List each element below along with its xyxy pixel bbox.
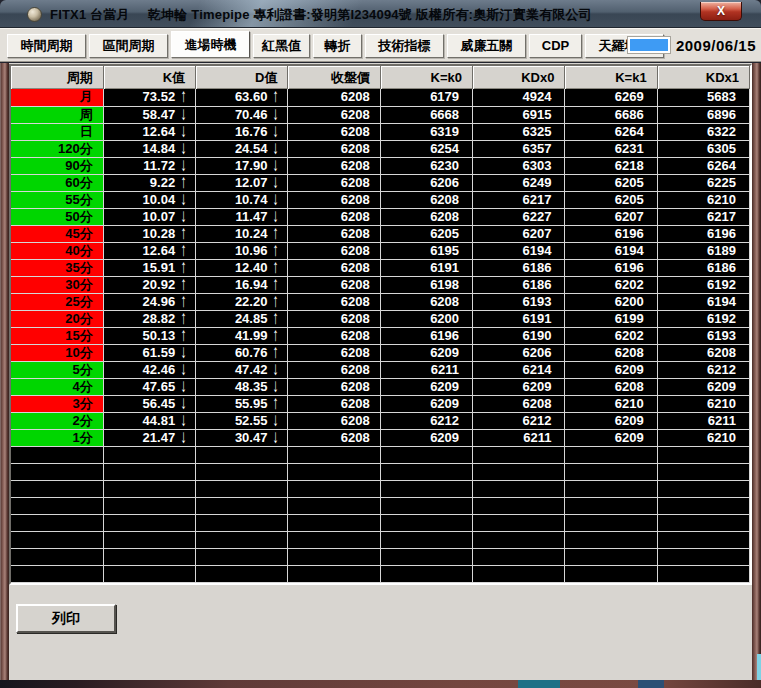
close-button[interactable]: X	[700, 2, 742, 21]
arrow-down-icon: ↓	[272, 208, 281, 225]
table-row[interactable]: 10分61.59↓60.76↑62086209620662086208	[11, 344, 750, 361]
kd-x0-cell: 6249	[473, 174, 565, 191]
kd-x0-cell: 6915	[473, 106, 565, 123]
d-value-cell: 55.95↑	[196, 395, 288, 412]
table-row[interactable]: 周58.47↓70.46↓62086668691566866896	[11, 106, 750, 123]
table-row[interactable]: 40分12.64↑10.96↑62086195619461946189	[11, 242, 750, 259]
k-eq-k0-cell: 6209	[380, 429, 472, 446]
arrow-up-icon: ↑	[179, 225, 188, 242]
close-price-cell: 6208	[288, 361, 380, 378]
kd-x0-cell: 6357	[473, 140, 565, 157]
k-eq-k0-cell: 6179	[380, 89, 472, 106]
k-eq-k1-cell: 6205	[565, 191, 657, 208]
d-value-cell: 17.90↓	[196, 157, 288, 174]
empty-cell	[196, 497, 288, 514]
k-eq-k1-cell: 6199	[565, 310, 657, 327]
close-price-cell: 6208	[288, 412, 380, 429]
table-row[interactable]: 日12.64↓16.76↓62086319632562646322	[11, 123, 750, 140]
tab-entry-timing[interactable]: 進場時機	[171, 31, 250, 58]
kd-x0-cell: 6209	[473, 378, 565, 395]
period-cell: 120分	[11, 140, 103, 157]
k-value-cell: 28.82↑	[103, 310, 195, 327]
table-row[interactable]: 30分20.92↑16.94↑62086198618662026192	[11, 276, 750, 293]
arrow-down-icon: ↓	[272, 361, 281, 378]
header-kd-x0[interactable]: KDx0	[473, 66, 565, 89]
tab-technical-indicators[interactable]: 技術指標	[365, 34, 444, 58]
table-row[interactable]: 20分28.82↑24.85↑62086200619161996192	[11, 310, 750, 327]
empty-cell	[565, 565, 657, 582]
k-value-cell: 14.84↓	[103, 140, 195, 157]
k-value-cell: 9.22↑	[103, 174, 195, 191]
kd-x1-cell: 6225	[657, 174, 749, 191]
empty-cell	[288, 514, 380, 531]
table-row[interactable]: 55分10.04↓10.74↓62086208621762056210	[11, 191, 750, 208]
header-k-eq-k1[interactable]: K=k1	[565, 66, 657, 89]
arrow-down-icon: ↓	[179, 208, 188, 225]
table-row[interactable]: 120分14.84↓24.54↓62086254635762316305	[11, 140, 750, 157]
table-row[interactable]: 25分24.96↑22.20↑62086208619362006194	[11, 293, 750, 310]
table-row[interactable]: 1分21.47↓30.47↓62086209621162096210	[11, 429, 750, 446]
tab-cdp[interactable]: CDP	[529, 34, 582, 58]
arrow-up-icon: ↑	[179, 310, 188, 327]
close-price-cell: 6208	[288, 208, 380, 225]
arrow-down-icon: ↓	[179, 395, 188, 412]
d-value-cell: 12.07↓	[196, 174, 288, 191]
table-row[interactable]: 50分10.07↓11.47↓62086208622762076217	[11, 208, 750, 225]
empty-cell	[565, 531, 657, 548]
k-eq-k1-cell: 6208	[565, 378, 657, 395]
table-row[interactable]: 60分9.22↑12.07↓62086206624962056225	[11, 174, 750, 191]
title-bar[interactable]: FITX1 台當月乾坤輪 Timepipe 專利證書:發明第I234094號 版…	[0, 0, 761, 28]
table-row[interactable]: 2分44.81↓52.55↓62086212621262096211	[11, 412, 750, 429]
k-eq-k0-cell: 6668	[380, 106, 472, 123]
tab-turning-point[interactable]: 轉折	[313, 34, 362, 58]
tab-williams-five-gates[interactable]: 威廉五關	[447, 34, 526, 58]
arrow-down-icon: ↓	[272, 123, 281, 140]
close-price-cell: 6208	[288, 157, 380, 174]
period-cell: 月	[11, 89, 103, 106]
empty-cell	[196, 480, 288, 497]
tab-time-period[interactable]: 時間周期	[7, 34, 86, 58]
window-title-product: FITX1 台當月	[50, 7, 130, 22]
k-eq-k0-cell: 6208	[380, 293, 472, 310]
empty-cell	[103, 497, 195, 514]
table-row[interactable]: 5分42.46↓47.42↓62086211621462096212	[11, 361, 750, 378]
close-price-cell: 6208	[288, 395, 380, 412]
table-row[interactable]: 月73.52↑63.60↑62086179492462695683	[11, 89, 750, 106]
arrow-up-icon: ↑	[179, 89, 188, 106]
header-period[interactable]: 周期	[11, 66, 103, 89]
table-row[interactable]: 35分15.91↑12.40↑62086191618661966186	[11, 259, 750, 276]
header-k-value[interactable]: K值	[103, 66, 195, 89]
period-cell: 60分	[11, 174, 103, 191]
tab-red-black-value[interactable]: 紅黑值	[253, 34, 310, 58]
period-cell: 1分	[11, 429, 103, 446]
period-cell: 10分	[11, 344, 103, 361]
empty-cell	[565, 446, 657, 463]
date-label: 2009/06/15	[676, 37, 756, 54]
table-row[interactable]: 45分10.28↑10.24↑62086205620761966196	[11, 225, 750, 242]
k-eq-k0-cell: 6230	[380, 157, 472, 174]
table-row[interactable]: 4分47.65↓48.35↓62086209620962086209	[11, 378, 750, 395]
kd-table-panel: 周期 K值 D值 收盤價 K=k0 KDx0 K=k1 KDx1 月73.52↑…	[9, 64, 752, 585]
app-window: FITX1 台當月乾坤輪 Timepipe 專利證書:發明第I234094號 版…	[0, 0, 761, 688]
header-kd-x1[interactable]: KDx1	[657, 66, 749, 89]
header-d-value[interactable]: D值	[196, 66, 288, 89]
arrow-up-icon: ↑	[272, 327, 281, 344]
empty-cell	[380, 446, 472, 463]
tab-range-period[interactable]: 區間周期	[89, 34, 168, 58]
header-close-price[interactable]: 收盤價	[288, 66, 380, 89]
client-area: 周期 K值 D值 收盤價 K=k0 KDx0 K=k1 KDx1 月73.52↑…	[0, 63, 761, 680]
header-k-eq-k0[interactable]: K=k0	[380, 66, 472, 89]
arrow-down-icon: ↓	[179, 344, 188, 361]
empty-cell	[657, 463, 749, 480]
window-frame-right	[752, 63, 761, 680]
table-row[interactable]: 3分56.45↓55.95↑62086209620862106210	[11, 395, 750, 412]
empty-cell	[288, 548, 380, 565]
k-eq-k0-cell: 6254	[380, 140, 472, 157]
table-row[interactable]: 15分50.13↑41.99↑62086196619062026193	[11, 327, 750, 344]
k-value-cell: 11.72↓	[103, 157, 195, 174]
table-row[interactable]: 90分11.72↓17.90↓62086230630362186264	[11, 157, 750, 174]
color-swatch-box	[627, 36, 671, 54]
empty-cell	[103, 480, 195, 497]
k-eq-k0-cell: 6208	[380, 191, 472, 208]
print-button[interactable]: 列印	[16, 604, 116, 633]
